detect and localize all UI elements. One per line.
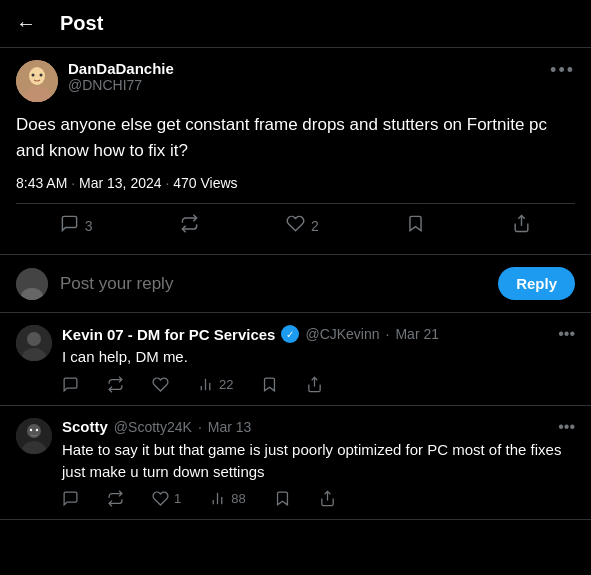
post-more-button[interactable]: ••• [550, 60, 575, 81]
comment-bookmark-action[interactable] [274, 490, 291, 507]
comment-like-action[interactable]: 1 [152, 490, 181, 507]
post-actions: 3 2 [16, 203, 575, 242]
svg-point-3 [32, 74, 35, 77]
comment-item: Scotty @Scotty24K · Mar 13 ••• Hate to s… [0, 406, 591, 521]
comment-actions: 22 [62, 376, 575, 393]
like-action[interactable]: 2 [286, 214, 319, 238]
comment-views-count: 22 [219, 377, 233, 392]
avatar[interactable] [16, 60, 58, 102]
reply-button[interactable]: Reply [498, 267, 575, 300]
comment-action[interactable]: 3 [60, 214, 93, 238]
verified-badge: ✓ [281, 325, 299, 343]
comment-reply-action[interactable] [62, 376, 79, 393]
bookmark-action[interactable] [406, 214, 425, 238]
svg-point-4 [40, 74, 43, 77]
comment-bookmark-action[interactable] [261, 376, 278, 393]
back-button[interactable]: ← [16, 12, 36, 35]
comment-username[interactable]: Scotty [62, 418, 108, 435]
comment-icon [60, 214, 79, 238]
like-count: 2 [311, 218, 319, 234]
comment-more-button[interactable]: ••• [558, 418, 575, 436]
reply-box: Reply [0, 255, 591, 313]
comment-views-action[interactable]: 88 [209, 490, 245, 507]
comment-like-count: 1 [174, 491, 181, 506]
svg-point-1 [29, 67, 45, 85]
post-container: DanDaDanchie @DNCHI77 ••• Does anyone el… [0, 48, 591, 255]
post-user-info: DanDaDanchie @DNCHI77 [68, 60, 540, 93]
comment-views-action[interactable]: 22 [197, 376, 233, 393]
header: ← Post [0, 0, 591, 48]
post-handle[interactable]: @DNCHI77 [68, 77, 540, 93]
comment-handle: @Scotty24K [114, 419, 192, 435]
svg-point-20 [36, 429, 38, 431]
comment-date-sep: · [198, 419, 202, 435]
post-text: Does anyone else get constant frame drop… [16, 112, 575, 163]
share-icon [512, 214, 531, 238]
svg-point-19 [30, 429, 32, 431]
comment-reply-action[interactable] [62, 490, 79, 507]
comment-retweet-action[interactable] [107, 490, 124, 507]
reply-input[interactable] [60, 274, 486, 294]
retweet-icon [180, 214, 199, 238]
comment-item: Kevin 07 - DM for PC Services ✓ @CJKevin… [0, 313, 591, 406]
comment-content: Kevin 07 - DM for PC Services ✓ @CJKevin… [62, 325, 575, 393]
comment-date-value: Mar 21 [395, 326, 439, 342]
retweet-action[interactable] [180, 214, 199, 238]
post-author-row: DanDaDanchie @DNCHI77 ••• [16, 60, 575, 102]
comment-count: 3 [85, 218, 93, 234]
like-icon [286, 214, 305, 238]
comment-retweet-action[interactable] [107, 376, 124, 393]
post-username[interactable]: DanDaDanchie [68, 60, 540, 77]
comment-username[interactable]: Kevin 07 - DM for PC Services [62, 326, 275, 343]
page-title: Post [60, 12, 103, 35]
comment-header: Scotty @Scotty24K · Mar 13 ••• [62, 418, 575, 436]
comment-header: Kevin 07 - DM for PC Services ✓ @CJKevin… [62, 325, 575, 343]
comment-handle: @CJKevinn [305, 326, 379, 342]
comment-date: · [386, 326, 390, 342]
comment-like-action[interactable] [152, 376, 169, 393]
bookmark-icon [406, 214, 425, 238]
comment-views-count: 88 [231, 491, 245, 506]
svg-point-10 [27, 332, 41, 346]
comment-share-action[interactable] [319, 490, 336, 507]
comment-avatar[interactable] [16, 325, 52, 361]
comment-actions: 1 88 [62, 490, 575, 507]
comment-date-value: Mar 13 [208, 419, 252, 435]
post-meta: 8:43 AM · Mar 13, 2024 · 470 Views [16, 175, 575, 191]
comment-avatar[interactable] [16, 418, 52, 454]
comment-text: I can help, DM me. [62, 346, 575, 368]
share-action[interactable] [512, 214, 531, 238]
current-user-avatar [16, 268, 48, 300]
comment-text: Hate to say it but that game is just poo… [62, 439, 575, 483]
comment-share-action[interactable] [306, 376, 323, 393]
comment-content: Scotty @Scotty24K · Mar 13 ••• Hate to s… [62, 418, 575, 508]
comment-more-button[interactable]: ••• [558, 325, 575, 343]
